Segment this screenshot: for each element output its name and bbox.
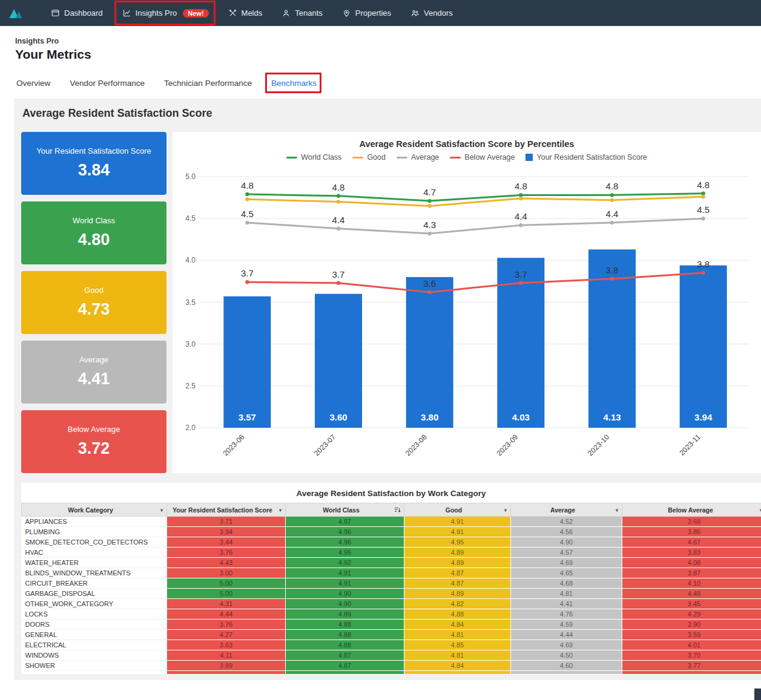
chart-legend: World ClassGoodAverageBelow AverageYour … (173, 153, 761, 162)
score-cell-below_average: 4.01 (622, 640, 761, 650)
scrollbar-thumb[interactable] (754, 689, 761, 700)
legend-item-world-class[interactable]: World Class (286, 153, 341, 162)
svg-text:4.8: 4.8 (241, 180, 254, 191)
score-cell-world_class: 4.92 (286, 558, 404, 568)
score-cell-average: 4.52 (511, 517, 622, 527)
dashboard-icon (51, 8, 60, 18)
score-cell-world_class: 4.90 (286, 599, 404, 609)
table-row-smoke-detector-co-detectors: SMOKE_DETECTOR_CO_DETECTORS3.444.964.954… (22, 537, 761, 548)
nav-item-dashboard[interactable]: Dashboard (50, 7, 104, 19)
legend-item-good[interactable]: Good (352, 153, 386, 162)
insights-icon (122, 8, 131, 18)
partial-cell (511, 671, 622, 675)
score-cell-below_average: 3.90 (622, 620, 761, 630)
svg-text:3.60: 3.60 (329, 412, 347, 422)
legend-item-average[interactable]: Average (397, 153, 439, 162)
line-series-average: 4.54.44.34.44.44.5 (241, 204, 710, 235)
svg-text:2023-07: 2023-07 (312, 433, 337, 457)
svg-text:3.8: 3.8 (606, 265, 619, 275)
legend-label: Good (367, 153, 386, 162)
score-cell-below_average: 3.59 (622, 630, 761, 640)
score-card-label: Your Resident Satisfaction Score (36, 147, 151, 155)
app-logo[interactable] (0, 5, 30, 22)
score-cell-average: 4.57 (511, 548, 622, 558)
svg-text:4.5: 4.5 (241, 209, 254, 219)
score-cell-your: 3.63 (167, 640, 286, 650)
score-cell-good: 4.81 (404, 650, 511, 661)
score-cell-your: 5.00 (167, 578, 286, 589)
column-header-world-class[interactable]: World Class (286, 503, 404, 517)
tab-vendor-performance[interactable]: Vendor Performance (70, 78, 145, 88)
tab-benchmarks[interactable]: Benchmarks (271, 78, 317, 88)
score-cell-average: 4.41 (511, 599, 622, 609)
nav-item-properties[interactable]: Properties (341, 7, 392, 19)
section-title: Average Resident Satisfaction Score (22, 107, 761, 120)
score-cell-good: 4.87 (404, 568, 511, 578)
nav-item-tenants[interactable]: Tenants (280, 7, 324, 19)
score-cell-your: 3.76 (167, 548, 286, 558)
column-header-good[interactable]: Good▾ (404, 503, 511, 517)
legend-item-your-resident-satisfaction-score[interactable]: Your Resident Satisfaction Score (525, 153, 647, 162)
tabs: OverviewVendor PerformanceTechnician Per… (16, 78, 761, 88)
work-category-cell: LOCKS (22, 609, 167, 620)
tab-technician-performance[interactable]: Technician Performance (164, 78, 252, 88)
work-category-cell: GARBAGE_DISPOSAL (22, 589, 167, 599)
svg-text:4.03: 4.03 (512, 412, 530, 422)
nav-item-insights-pro[interactable]: Insights ProNew! (121, 7, 210, 19)
legend-item-below-average[interactable]: Below Average (450, 153, 515, 162)
dropdown-caret-icon: ▾ (160, 507, 163, 512)
legend-label: Below Average (464, 153, 515, 162)
legend-label: World Class (301, 153, 341, 162)
svg-text:4.5: 4.5 (185, 214, 196, 223)
score-cell-below_average: 3.77 (622, 661, 761, 671)
work-category-cell: WINDOWS (22, 650, 167, 661)
score-cell-your: 3.76 (167, 620, 286, 630)
nav-item-melds[interactable]: Melds (227, 7, 264, 19)
work-category-cell: DOORS (22, 620, 167, 630)
score-cell-below_average: 4.10 (622, 578, 761, 589)
legend-swatch (397, 157, 407, 159)
legend-label: Average (411, 153, 439, 162)
svg-text:3.7: 3.7 (241, 268, 254, 278)
table-header-row: Work Category▾Your Resident Satisfaction… (22, 503, 761, 517)
score-cell-good: 4.91 (404, 517, 511, 527)
score-cell-below_average: 4.67 (622, 537, 761, 548)
breadcrumb: Insights Pro (15, 37, 761, 45)
column-header-label: Below Average (668, 506, 713, 514)
score-cell-below_average: 3.83 (622, 548, 761, 558)
nav-item-label: Vendors (424, 8, 453, 18)
score-cell-good: 4.81 (404, 630, 511, 640)
work-category-cell: CIRCUIT_BREAKER (22, 578, 167, 589)
nav-item-vendors[interactable]: Vendors (409, 7, 454, 19)
percentiles-chart-svg: 5.04.54.03.53.02.52.03.573.603.804.034.1… (173, 162, 757, 464)
score-cell-world_class: 4.91 (286, 568, 404, 578)
table-body: APPLIANCES3.714.974.914.523.68PLUMBING3.… (22, 517, 761, 675)
score-cell-average: 4.56 (511, 527, 622, 537)
table-row-general: GENERAL4.274.884.814.443.59 (22, 630, 761, 640)
work-category-cell: APPLIANCES (22, 517, 167, 527)
score-cell-good: 4.82 (404, 599, 511, 609)
column-header-work-category[interactable]: Work Category▾ (22, 503, 167, 517)
work-category-cell: BLINDS_WINDOW_TREATMENTS (22, 568, 167, 578)
tab-overview[interactable]: Overview (16, 78, 50, 88)
tools-icon (228, 8, 237, 18)
column-header-below-average[interactable]: Below Average▾ (622, 503, 761, 517)
column-header-label: Good (446, 506, 462, 514)
score-cell-world_class: 4.91 (286, 578, 404, 589)
svg-text:4.13: 4.13 (603, 412, 621, 422)
svg-text:4.3: 4.3 (423, 220, 436, 230)
work-category-cell: WATER_HEATER (22, 558, 167, 568)
column-header-your-resident-satisfaction-score[interactable]: Your Resident Satisfaction Score▾ (167, 503, 286, 517)
chart-panel: Average Resident Satisfaction Score by P… (173, 132, 761, 473)
score-card-below-average: Below Average3.72 (21, 410, 166, 473)
table-row-other-work-category: OTHER_WORK_CATEGORY4.314.904.824.413.45 (22, 599, 761, 609)
column-header-average[interactable]: Average▾ (511, 503, 622, 517)
score-cell-below_average: 3.87 (622, 568, 761, 578)
svg-text:2.0: 2.0 (185, 424, 196, 432)
svg-text:2023-10: 2023-10 (586, 433, 611, 457)
partial-cell (286, 671, 404, 675)
svg-text:5.0: 5.0 (185, 172, 196, 181)
score-cell-average: 4.81 (511, 589, 622, 599)
new-badge: New! (183, 9, 208, 18)
person-icon (282, 8, 291, 18)
